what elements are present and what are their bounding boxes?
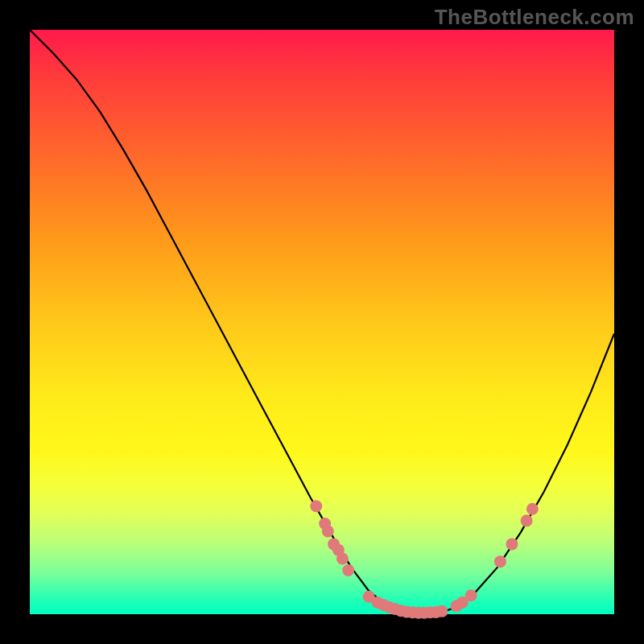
data-point: [506, 538, 518, 550]
data-point: [526, 503, 539, 515]
data-point: [436, 605, 448, 617]
data-point: [342, 564, 354, 576]
data-point: [521, 514, 533, 526]
chart-frame: TheBottleneck.com: [0, 0, 644, 644]
data-point: [322, 525, 334, 537]
watermark-text: TheBottleneck.com: [435, 5, 634, 30]
data-point: [336, 553, 349, 565]
plot-svg: [30, 30, 614, 614]
data-point: [494, 555, 506, 568]
data-point: [310, 500, 322, 512]
data-point: [465, 589, 477, 601]
plot-area: [30, 30, 614, 614]
